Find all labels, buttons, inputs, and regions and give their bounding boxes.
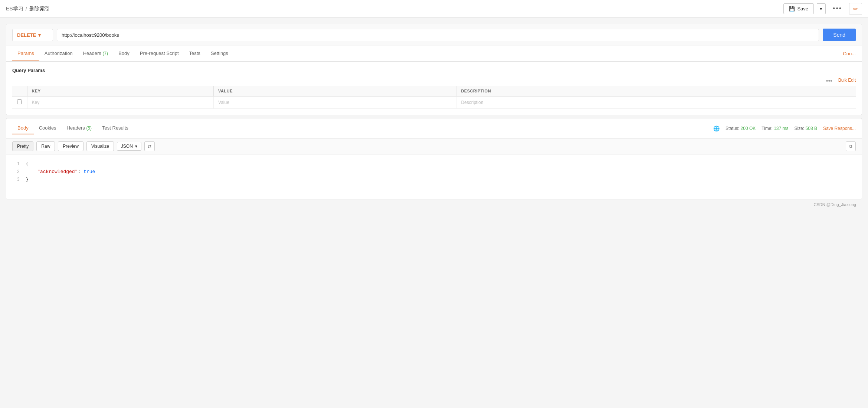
value-placeholder: Value bbox=[218, 100, 229, 105]
json-dropdown-icon: ▾ bbox=[135, 144, 137, 149]
size-meta-label: Size: bbox=[795, 126, 805, 131]
time-value: 137 ms bbox=[774, 126, 788, 131]
status-meta-label: Status: bbox=[725, 126, 739, 131]
resp-tab-body-label: Body bbox=[17, 125, 29, 131]
resp-tab-test-results[interactable]: Test Results bbox=[97, 122, 134, 134]
wrap-icon: ⇄ bbox=[148, 144, 151, 149]
code-line-3: 3 } bbox=[12, 176, 856, 184]
save-dropdown-button[interactable]: ▾ bbox=[817, 3, 826, 14]
tab-tests-label: Tests bbox=[189, 50, 200, 56]
tab-body[interactable]: Body bbox=[113, 46, 135, 61]
url-bar: DELETE ▾ Send bbox=[6, 24, 862, 46]
size-label: Size: 508 B bbox=[795, 126, 817, 131]
breadcrumb-parent[interactable]: ES学习 bbox=[6, 6, 23, 12]
col-key: KEY bbox=[27, 86, 214, 97]
format-pretty-button[interactable]: Pretty bbox=[12, 141, 33, 151]
col-checkbox bbox=[12, 86, 27, 97]
json-type-select[interactable]: JSON ▾ bbox=[117, 142, 141, 151]
copy-button[interactable]: ⧉ bbox=[846, 141, 856, 151]
code-line-1: 1 { bbox=[12, 160, 856, 168]
json-val-true: true bbox=[83, 169, 95, 174]
row-key-cell[interactable]: Key bbox=[27, 97, 214, 109]
code-area: 1 { 2 "acknowledged": true 3 } bbox=[6, 154, 862, 199]
response-meta: 🌐 Status: 200 OK Time: 137 ms Size: 508 … bbox=[713, 125, 856, 131]
edit-button[interactable]: ✏ bbox=[849, 3, 862, 15]
resp-tab-headers[interactable]: Headers (5) bbox=[62, 122, 97, 134]
resp-tab-body[interactable]: Body bbox=[12, 122, 34, 134]
tab-body-label: Body bbox=[118, 50, 130, 56]
method-select[interactable]: DELETE ▾ bbox=[12, 29, 53, 41]
desc-placeholder: Description bbox=[461, 100, 483, 105]
tab-tests[interactable]: Tests bbox=[184, 46, 206, 61]
tab-headers[interactable]: Headers (7) bbox=[78, 46, 113, 61]
tab-params-label: Params bbox=[17, 50, 34, 56]
url-input[interactable] bbox=[57, 29, 819, 41]
response-toolbar: Pretty Raw Preview Visualize JSON ▾ ⇄ ⧉ bbox=[6, 138, 862, 154]
resp-tab-headers-label: Headers bbox=[67, 125, 85, 131]
tab-params[interactable]: Params bbox=[12, 46, 39, 61]
format-visualize-button[interactable]: Visualize bbox=[86, 141, 114, 151]
json-key-acknowledged: "acknowledged" bbox=[37, 169, 78, 174]
method-label: DELETE bbox=[17, 32, 36, 38]
tab-headers-label: Headers bbox=[83, 50, 101, 56]
tab-headers-badge: (7) bbox=[102, 51, 108, 56]
save-response-link[interactable]: Save Respons... bbox=[823, 126, 856, 131]
time-meta-label: Time: bbox=[761, 126, 773, 131]
method-chevron-icon: ▾ bbox=[38, 32, 41, 38]
tab-settings-label: Settings bbox=[211, 50, 228, 56]
resp-tab-cookies[interactable]: Cookies bbox=[34, 122, 62, 134]
tab-authorization[interactable]: Authorization bbox=[39, 46, 78, 61]
bulk-edit-link[interactable]: Bulk Edit bbox=[838, 78, 856, 84]
row-value-cell[interactable]: Value bbox=[214, 97, 456, 109]
resp-tab-test-results-label: Test Results bbox=[102, 125, 128, 131]
row-checkbox-input[interactable] bbox=[17, 99, 22, 104]
params-more-icon[interactable]: ••• bbox=[826, 78, 832, 84]
breadcrumb-current: 删除索引 bbox=[29, 6, 50, 12]
time-label: Time: 137 ms bbox=[761, 126, 788, 131]
format-preview-button[interactable]: Preview bbox=[58, 141, 83, 151]
breadcrumb-separator: / bbox=[26, 6, 27, 12]
col-value: VALUE bbox=[214, 86, 456, 97]
response-header: Body Cookies Headers (5) Test Results 🌐 … bbox=[6, 118, 862, 138]
query-params-title: Query Params bbox=[12, 68, 856, 73]
tab-pre-request-label: Pre-request Script bbox=[140, 50, 179, 56]
top-bar: ES学习 / 删除索引 💾 Save ▾ ••• ✏ bbox=[0, 0, 868, 18]
request-tabs: Params Authorization Headers (7) Body Pr… bbox=[6, 46, 862, 62]
resp-tab-headers-badge: (5) bbox=[86, 125, 92, 131]
request-panel: DELETE ▾ Send Params Authorization Heade… bbox=[6, 24, 862, 115]
wrap-button[interactable]: ⇄ bbox=[144, 141, 155, 151]
response-panel: Body Cookies Headers (5) Test Results 🌐 … bbox=[6, 118, 862, 199]
cookies-link[interactable]: Coo... bbox=[843, 51, 856, 56]
footer-text: CSDN @Ding_Jiaxiong bbox=[814, 202, 856, 207]
line-num-1: 1 bbox=[12, 161, 20, 168]
size-value: 508 B bbox=[806, 126, 817, 131]
breadcrumb: ES学习 / 删除索引 bbox=[6, 6, 50, 12]
params-table: KEY VALUE DESCRIPTION Key Va bbox=[12, 86, 856, 109]
tab-pre-request-script[interactable]: Pre-request Script bbox=[135, 46, 184, 61]
save-label: Save bbox=[797, 6, 808, 12]
resp-tab-cookies-label: Cookies bbox=[39, 125, 56, 131]
row-checkbox[interactable] bbox=[12, 97, 27, 109]
main-content: DELETE ▾ Send Params Authorization Heade… bbox=[0, 18, 868, 408]
save-icon: 💾 bbox=[789, 6, 795, 12]
line-num-2: 2 bbox=[12, 169, 20, 176]
line-num-3: 3 bbox=[12, 176, 20, 183]
tab-settings[interactable]: Settings bbox=[206, 46, 233, 61]
status-label: Status: 200 OK bbox=[725, 126, 756, 131]
json-type-label: JSON bbox=[121, 144, 133, 149]
query-params-section: Query Params ••• Bulk Edit KEY VALUE DES… bbox=[6, 62, 862, 115]
copy-icon: ⧉ bbox=[849, 144, 852, 149]
save-button[interactable]: 💾 Save bbox=[783, 3, 814, 14]
more-options-button[interactable]: ••• bbox=[829, 2, 846, 15]
row-desc-cell[interactable]: Description bbox=[456, 97, 856, 109]
edit-icon: ✏ bbox=[853, 6, 858, 12]
format-raw-button[interactable]: Raw bbox=[36, 141, 55, 151]
code-line-2: 2 "acknowledged": true bbox=[12, 168, 856, 176]
code-content-2: "acknowledged": true bbox=[26, 168, 95, 176]
send-button[interactable]: Send bbox=[823, 29, 856, 41]
tab-authorization-label: Authorization bbox=[45, 50, 73, 56]
key-placeholder: Key bbox=[32, 100, 40, 105]
table-row: Key Value Description bbox=[12, 97, 856, 109]
col-description: DESCRIPTION bbox=[456, 86, 856, 97]
response-tabs: Body Cookies Headers (5) Test Results bbox=[12, 122, 134, 134]
